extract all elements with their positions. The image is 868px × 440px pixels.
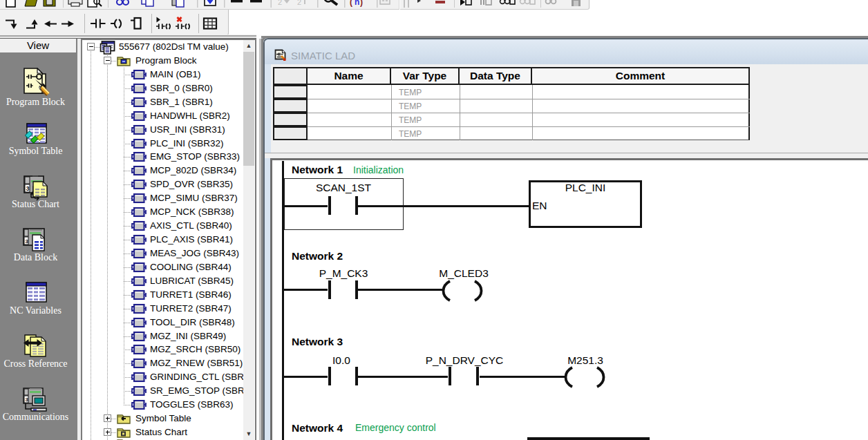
svg-text:(: ( [350,0,352,7]
svg-text:n: n [355,0,359,7]
svg-text:3: 3 [26,185,30,192]
svg-text:3: 3 [26,238,29,245]
svg-text:3: 3 [26,396,29,403]
svg-text:2: 2 [278,0,282,6]
svg-text:): ) [360,0,363,7]
svg-text:2: 2 [297,0,301,6]
